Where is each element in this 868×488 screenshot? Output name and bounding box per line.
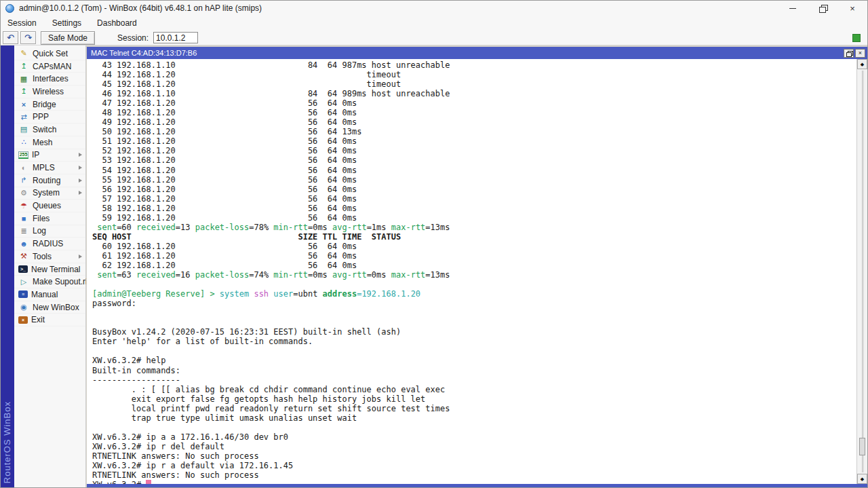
scroll-down-button[interactable]: ◆ [857, 474, 867, 484]
sidebar-item-label: Make Supout.rif [33, 277, 90, 286]
ping-row: 43 192.168.1.10 84 64 987ms host unreach… [92, 60, 856, 70]
terminal-restore-button[interactable] [844, 49, 854, 58]
sidebar-item-files[interactable]: ■Files [14, 212, 85, 225]
connection-status-indicator [852, 34, 861, 42]
window-controls: × [778, 1, 867, 16]
terminal-scrollbar[interactable]: ◆ ◆ [856, 59, 867, 484]
sidebar-item-tools[interactable]: ⚒Tools [14, 250, 85, 263]
ping-row: 54 192.168.1.20 56 64 0ms [92, 166, 856, 175]
terminal-line: RTNETLINK answers: No such process [92, 451, 856, 461]
terminal-line: trap true type ulimit umask unalias unse… [92, 413, 856, 423]
ping-row: 55 192.168.1.20 56 64 0ms [92, 175, 856, 185]
brand-vertical-text: RouterOS WinBox [2, 401, 12, 483]
terminal-blank-line [92, 318, 856, 327]
sidebar-item-label: CAPsMAN [33, 62, 71, 71]
sidebar-item-label: RADIUS [33, 239, 63, 248]
sidebar-item-mpls[interactable]: ◐MPLS [14, 162, 85, 174]
menu-item-settings[interactable]: Settings [51, 17, 83, 29]
sidebar-item-bridge[interactable]: ×Bridge [14, 98, 85, 111]
sidebar-item-interfaces[interactable]: ▦Interfaces [14, 73, 85, 86]
sidebar-item-mesh[interactable]: ∴Mesh [14, 136, 85, 149]
session-input[interactable] [153, 32, 198, 43]
quick-set-icon: ✎ [18, 49, 29, 58]
terminal-output[interactable]: 43 192.168.1.10 84 64 987ms host unreach… [87, 59, 856, 484]
files-icon: ■ [18, 214, 29, 223]
sidebar-item-manual[interactable]: ≡Manual [14, 288, 85, 301]
mdi-area: MAC Telnet C4:AD:34:13:D7:B6 × 43 192.16… [86, 45, 867, 487]
terminal-restore-icon [846, 51, 852, 56]
scroll-up-button[interactable]: ◆ [857, 59, 867, 69]
terminal-titlebar[interactable]: MAC Telnet C4:AD:34:13:D7:B6 × [87, 47, 867, 59]
ip-icon: 255 [18, 151, 28, 159]
sidebar-item-label: MPLS [33, 163, 55, 172]
sidebar-item-quick-set[interactable]: ✎Quick Set [14, 48, 85, 60]
sidebar-item-label: Mesh [33, 138, 52, 147]
switch-icon: ▤ [18, 125, 29, 134]
sidebar-item-label: Tools [33, 252, 52, 261]
main-area: RouterOS WinBox ✎Quick Set↥CAPsMAN▦Inter… [1, 45, 867, 487]
redo-button[interactable]: ↷ [20, 31, 36, 44]
session-label: Session: [117, 33, 149, 43]
sidebar-item-new-terminal[interactable]: >_New Terminal [14, 263, 85, 276]
terminal-blank-line [92, 423, 856, 432]
undo-button[interactable]: ↶ [3, 31, 18, 44]
sidebar-item-radius[interactable]: ☻RADIUS [14, 238, 85, 250]
ping-row: 46 192.168.1.10 84 64 989ms host unreach… [92, 89, 856, 98]
queues-icon: ☂ [18, 201, 29, 210]
menu-item-dashboard[interactable]: Dashboard [96, 17, 138, 29]
scrollbar-thumb[interactable] [859, 438, 865, 455]
sidebar-item-label: New WinBox [33, 303, 79, 312]
sidebar-item-system[interactable]: ⚙System [14, 187, 85, 200]
ping-row: 57 192.168.1.20 56 64 0ms [92, 194, 856, 204]
terminal-line: . : [ [[ alias bg break cd chdir command… [92, 385, 856, 394]
terminal-line: local printf pwd read readonly return se… [92, 404, 856, 413]
terminal-bottom-frame [87, 484, 867, 487]
ping-row: 58 192.168.1.20 56 64 0ms [92, 204, 856, 213]
sidebar: ✎Quick Set↥CAPsMAN▦Interfaces↥Wireless×B… [14, 45, 86, 487]
sidebar-item-label: Exit [31, 315, 45, 324]
sidebar-item-ppp[interactable]: ⇄PPP [14, 111, 85, 124]
mpls-icon: ◐ [18, 163, 29, 172]
sidebar-item-make-supout-rif[interactable]: ▷Make Supout.rif [14, 276, 85, 288]
sidebar-item-routing[interactable]: ↱Routing [14, 174, 85, 187]
wireless-icon: ↥ [18, 87, 29, 96]
terminal-line: exit export false fg getopts hash help h… [92, 394, 856, 404]
ping-row: 48 192.168.1.20 56 64 0ms [92, 108, 856, 117]
window-titlebar: admin@10.0.1.2 (Tom) - WinBox (64bit) v6… [1, 1, 867, 16]
terminal-line: XW.v6.3.2# ip a a 172.16.1.46/30 dev br0 [92, 432, 856, 442]
sidebar-item-new-winbox[interactable]: ◉New WinBox [14, 301, 85, 314]
submenu-arrow-icon [79, 153, 82, 157]
terminal-close-button[interactable]: × [855, 49, 865, 58]
menubar: SessionSettingsDashboard [1, 16, 867, 31]
ping-row: 56 192.168.1.20 56 64 0ms [92, 185, 856, 194]
menu-item-session[interactable]: Session [6, 17, 38, 29]
sidebar-item-label: Log [33, 226, 46, 236]
submenu-arrow-icon [79, 179, 82, 183]
sidebar-item-label: Interfaces [33, 74, 68, 83]
sidebar-item-capsman[interactable]: ↥CAPsMAN [14, 60, 85, 73]
restore-button[interactable] [808, 1, 837, 16]
close-button[interactable]: × [837, 1, 867, 16]
terminal-line: Enter 'help' for a list of built-in comm… [92, 337, 856, 346]
log-icon: ≣ [18, 226, 29, 236]
ping-row: 60 192.168.1.20 56 64 0ms [92, 242, 856, 251]
sidebar-item-label: Wireless [33, 87, 64, 96]
sidebar-item-switch[interactable]: ▤Switch [14, 124, 85, 136]
minimize-button[interactable] [778, 1, 808, 16]
terminal-window-buttons: × [844, 49, 865, 58]
ping-row: 53 192.168.1.20 56 64 0ms [92, 155, 856, 165]
radius-icon: ☻ [18, 239, 29, 248]
new-terminal-icon: >_ [18, 265, 28, 273]
restore-icon [819, 5, 827, 12]
winbox-window: admin@10.0.1.2 (Tom) - WinBox (64bit) v6… [0, 0, 868, 488]
terminal-blank-line [92, 280, 856, 289]
safe-mode-button[interactable]: Safe Mode [41, 31, 95, 45]
sidebar-item-ip[interactable]: 255IP [14, 149, 85, 162]
sidebar-item-exit[interactable]: ×Exit [14, 314, 85, 326]
ping-row: 49 192.168.1.20 56 64 0ms [92, 117, 856, 127]
sidebar-item-queues[interactable]: ☂Queues [14, 200, 85, 212]
undo-icon: ↶ [7, 33, 14, 43]
terminal-close-icon: × [859, 50, 862, 56]
sidebar-item-log[interactable]: ≣Log [14, 225, 85, 238]
sidebar-item-wireless[interactable]: ↥Wireless [14, 86, 85, 98]
